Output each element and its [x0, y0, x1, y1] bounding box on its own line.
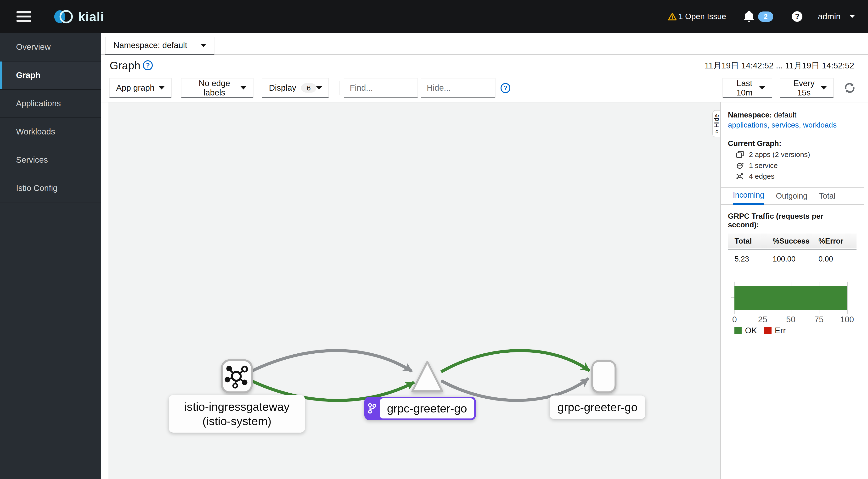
stat-apps: 2 apps (2 versions) [728, 151, 857, 159]
graph-help-icon[interactable]: ? [143, 60, 153, 70]
chevron-down-icon [759, 86, 765, 90]
masthead-right: 1 Open Issue 2 ? admin [668, 11, 855, 23]
col-success: %Success [766, 233, 812, 249]
kiali-brand-link[interactable]: kiali [53, 8, 104, 25]
brand-name: kiali [78, 9, 104, 24]
graph-type-select[interactable]: App graph [109, 78, 172, 98]
username: admin [818, 12, 840, 21]
chevron-down-icon [316, 86, 322, 90]
success-rate-chart: 0 25 50 75 100 [735, 282, 847, 324]
summary-panel: Namespace: default applications, service… [720, 102, 864, 479]
graph-canvas[interactable]: istio-ingressgateway (istio-system) grpc… [108, 102, 720, 479]
hamburger-icon [17, 11, 31, 13]
namespace-bar: Namespace: default [101, 33, 868, 55]
toolbar-divider [339, 81, 339, 95]
chevron-down-icon [821, 86, 827, 90]
chevron-down-icon [849, 15, 855, 18]
refresh-interval-select[interactable]: Every 15s [780, 78, 834, 98]
help-icon[interactable]: ? [792, 11, 802, 22]
sidebar-item-workloads[interactable]: Workloads [0, 118, 101, 146]
masthead: kiali 1 Open Issue 2 ? admin [0, 0, 868, 33]
kiali-app: kiali 1 Open Issue 2 ? admin [0, 0, 868, 479]
success-value: 100.00 [766, 249, 812, 265]
user-menu[interactable]: admin [818, 12, 855, 21]
node-label-gateway[interactable]: istio-ingressgateway (istio-system) [169, 395, 305, 433]
warning-triangle-icon [668, 12, 677, 21]
duration-select[interactable]: Last 10m [722, 78, 772, 98]
legend-ok-swatch [735, 327, 742, 334]
edge-labels-select[interactable]: No edge labels [181, 78, 253, 98]
code-branch-icon [368, 403, 376, 414]
panel-collapse-tab[interactable]: » Hide [712, 110, 720, 137]
sidebar-nav: Overview Graph Applications Workloads Se… [0, 33, 101, 479]
stat-services: 1 service [728, 161, 857, 170]
refresh-icon [844, 82, 856, 94]
hide-input[interactable] [421, 78, 496, 98]
collapse-chevron-icon: » [713, 130, 720, 133]
sidebar-item-istio-config[interactable]: Istio Config [0, 174, 101, 202]
traffic-section: GRPC Traffic (requests per second): Tota… [721, 205, 864, 335]
legend-err-swatch [764, 327, 771, 334]
service-icon [736, 162, 744, 169]
namespace-label: Namespace: [728, 111, 772, 119]
total-value: 5.23 [728, 249, 766, 265]
col-total: Total [728, 233, 766, 249]
node-grpc-greeter-go-app[interactable] [592, 361, 616, 392]
find-help-icon[interactable]: ? [500, 83, 510, 93]
virtual-service-badge [364, 398, 380, 418]
namespace-selector[interactable]: Namespace: default [105, 37, 215, 55]
table-row: 5.23 100.00 0.00 [728, 249, 857, 265]
traffic-tabs: Incoming Outgoing Total [721, 188, 864, 205]
namespace-summary: Namespace: default applications, service… [721, 102, 864, 188]
node-grpc-greeter-go-service[interactable] [412, 362, 442, 391]
traffic-table: Total %Success %Error 5.23 100.00 0.00 [728, 233, 857, 265]
tab-total[interactable]: Total [819, 192, 835, 204]
namespace-detail-links[interactable]: applications, services, workloads [728, 121, 837, 129]
bell-icon [744, 11, 754, 23]
kiali-logo-icon [53, 8, 74, 25]
topology-icon [736, 173, 744, 180]
find-input[interactable] [344, 78, 418, 98]
sidebar-item-overview[interactable]: Overview [0, 33, 101, 62]
refresh-button[interactable] [843, 82, 857, 95]
node-istio-ingressgateway[interactable] [222, 360, 252, 392]
traffic-heading: GRPC Traffic (requests per second): [728, 212, 857, 229]
stat-edges: 4 edges [728, 172, 857, 181]
display-select[interactable]: Display 6 [262, 78, 329, 98]
edge-service-to-app-ok[interactable] [441, 351, 590, 372]
graph-toolbar: App graph No edge labels Display 6 ? Las… [101, 78, 868, 102]
node-label-app[interactable]: grpc-greeter-go [550, 395, 645, 419]
error-value: 0.00 [812, 249, 856, 265]
chevron-down-icon [159, 86, 164, 90]
col-error: %Error [812, 233, 856, 249]
edge-gateway-to-service-idle[interactable] [251, 351, 412, 371]
applications-icon [736, 151, 744, 158]
tab-incoming[interactable]: Incoming [733, 191, 764, 205]
display-count-badge: 6 [301, 83, 316, 93]
sidebar-item-graph[interactable]: Graph [0, 62, 101, 90]
chart-legend: OK Err [735, 326, 856, 335]
notifications[interactable]: 2 [744, 11, 773, 23]
notification-count-badge: 2 [758, 11, 773, 22]
main-content: Namespace: default Graph ? 11月19日 14:42:… [101, 33, 868, 479]
page-title: Graph [110, 59, 141, 72]
tab-outgoing[interactable]: Outgoing [776, 192, 807, 204]
sidebar-item-applications[interactable]: Applications [0, 90, 101, 118]
current-graph-label: Current Graph: [728, 139, 857, 148]
title-row: Graph ? 11月19日 14:42:52 ... 11月19日 14:52… [101, 55, 868, 78]
chevron-down-icon [241, 86, 246, 90]
open-issues-link[interactable]: 1 Open Issue [668, 12, 726, 21]
namespace-value: default [774, 111, 797, 119]
node-label-service[interactable]: grpc-greeter-go [364, 397, 476, 420]
sidebar-item-services[interactable]: Services [0, 146, 101, 174]
traffic-bar-ok [735, 286, 847, 310]
time-range: 11月19日 14:42:52 ... 11月19日 14:52:52 [705, 60, 854, 71]
nav-toggle-button[interactable] [17, 11, 31, 22]
chevron-down-icon [200, 44, 206, 47]
